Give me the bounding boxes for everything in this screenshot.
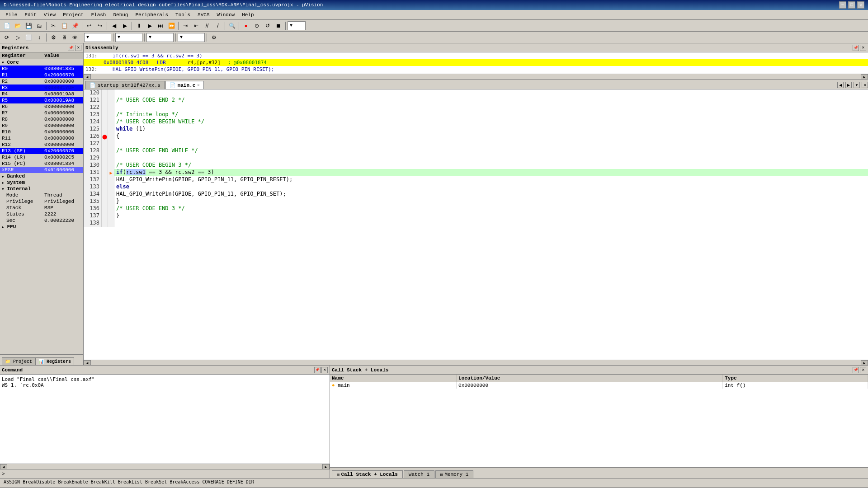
callstack-close-btn[interactable]: ✕: [860, 367, 866, 373]
btab-watch1[interactable]: Watch 1: [404, 470, 434, 478]
register-row-r14[interactable]: R14 (LR) 0x080002C5: [0, 154, 83, 160]
tab-nav-left[interactable]: ◀: [837, 82, 844, 88]
tb-cut[interactable]: ✂: [48, 21, 58, 31]
register-row-r7[interactable]: R7 0x00000000: [0, 110, 83, 116]
register-row-r3[interactable]: R3 0x080017DF: [0, 84, 83, 91]
menu-peripherals[interactable]: Peripherals: [132, 11, 172, 19]
editor-hscrollbar[interactable]: ◀ ▶: [84, 360, 868, 365]
register-row-r5[interactable]: R5 0x080019A8: [0, 97, 83, 103]
code-content[interactable]: 120 121 /* USER CODE END 2 */: [84, 89, 868, 360]
register-row-r13[interactable]: R13 (SP) 0x20000570: [0, 148, 83, 154]
register-row-r11[interactable]: R11 0x00000000: [0, 135, 83, 141]
tb-find[interactable]: 🔍: [227, 21, 237, 31]
tb-bp1[interactable]: ⏸: [134, 21, 144, 31]
command-scrollbar[interactable]: ◀ ▶: [0, 464, 330, 469]
menu-edit[interactable]: Edit: [21, 11, 40, 19]
reg-group-banked[interactable]: ▶ Banked: [0, 173, 83, 179]
register-row-r0[interactable]: R0 0x08001835: [0, 66, 83, 72]
tab-list-btn[interactable]: ▼: [854, 82, 860, 88]
tb-redo[interactable]: ↪: [95, 21, 105, 31]
menu-file[interactable]: File: [2, 11, 21, 19]
tab-nav-right[interactable]: ▶: [845, 82, 852, 88]
panel-close-btn[interactable]: ✕: [75, 45, 81, 51]
tb-saveall[interactable]: 🗂: [34, 21, 44, 31]
tb-debug-stop[interactable]: ⏹: [274, 21, 283, 31]
register-row-r12[interactable]: R12 0x00000000: [0, 141, 83, 148]
editor-hscroll-left[interactable]: ◀: [84, 360, 91, 365]
tb2-dd4[interactable]: ▼: [178, 33, 205, 42]
tb-reset[interactable]: ↺: [263, 21, 273, 31]
tb2-stop2[interactable]: ⬜: [24, 33, 33, 42]
menu-tools[interactable]: Tools: [172, 11, 194, 19]
register-row-r8[interactable]: R8 0x00000000: [0, 116, 83, 122]
hscroll-left[interactable]: ◀: [84, 74, 91, 80]
editor-hscroll-right[interactable]: ▶: [861, 360, 868, 365]
hscroll-right[interactable]: ▶: [861, 74, 868, 80]
tb2-periph[interactable]: ⚙: [48, 33, 58, 42]
command-close-btn[interactable]: ✕: [321, 367, 328, 373]
tb-bp3[interactable]: ⏭: [156, 21, 165, 31]
tb2-step[interactable]: ↓: [34, 33, 44, 42]
close-button[interactable]: ✕: [857, 1, 864, 9]
reg-group-system[interactable]: ▶ System: [0, 179, 83, 186]
menu-window[interactable]: Window: [213, 11, 239, 19]
register-row-r6[interactable]: R6 0x00000000: [0, 103, 83, 110]
tb-bp2[interactable]: ▶: [145, 21, 155, 31]
panel-pin-btn[interactable]: 📌: [68, 45, 74, 51]
register-row-xpsr[interactable]: xPSR 0x61000000: [0, 167, 83, 173]
register-row-r9[interactable]: R9 0x00000000: [0, 122, 83, 129]
menu-view[interactable]: View: [40, 11, 59, 19]
reg-group-internal[interactable]: ▼ Internal: [0, 186, 83, 192]
disassembly-content[interactable]: 131: if(rc.sw1 == 3 && rc.sw2 == 3) 0x08…: [84, 52, 868, 74]
disasm-pin-btn[interactable]: 📌: [853, 45, 859, 51]
register-row-r15[interactable]: R15 (PC) 0x08001834: [0, 160, 83, 167]
registers-content[interactable]: Register Value ▼ Core R0 0x08001835: [0, 52, 83, 354]
menu-project[interactable]: Project: [59, 11, 87, 19]
menu-help[interactable]: Help: [238, 11, 257, 19]
register-row-r2[interactable]: R2 0x00000000: [0, 78, 83, 84]
tb-fwd[interactable]: ▶: [120, 21, 130, 31]
tb-new[interactable]: 📄: [2, 21, 12, 31]
tb2-dd2[interactable]: ▼: [115, 33, 142, 42]
tb-indent[interactable]: ⇥: [180, 21, 190, 31]
tb-open[interactable]: 📂: [13, 21, 23, 31]
register-row-r10[interactable]: R10 0x00000000: [0, 129, 83, 135]
tb-save[interactable]: 💾: [24, 21, 33, 31]
callstack-content[interactable]: Name Location/Value Type ● main 0x000000…: [330, 375, 868, 467]
menu-svcs[interactable]: SVCS: [194, 11, 213, 19]
callstack-pin-btn[interactable]: 📌: [853, 367, 859, 373]
tb-back[interactable]: ◀: [109, 21, 119, 31]
disasm-close-btn[interactable]: ✕: [860, 45, 866, 51]
disasm-hscrollbar[interactable]: ◀ ▶: [84, 74, 868, 79]
tab-project[interactable]: 📁 Project: [2, 357, 35, 365]
reg-group-fpu[interactable]: ▶ FPU: [0, 224, 83, 230]
tab-registers[interactable]: 📊 Registers: [35, 357, 74, 365]
command-pin-btn[interactable]: 📌: [314, 367, 321, 373]
tab-main-close[interactable]: ✕: [197, 83, 199, 88]
minimize-button[interactable]: ─: [839, 1, 846, 9]
cs-row-main[interactable]: ● main 0x00000000 int f(): [330, 382, 868, 389]
tb2-reset[interactable]: ⟳: [2, 33, 12, 42]
tab-main-c[interactable]: 📄 main.c ✕: [165, 81, 204, 89]
tb-copy[interactable]: 📋: [59, 21, 69, 31]
register-row-r1[interactable]: R1 0x20000570: [0, 72, 83, 78]
tb2-settings[interactable]: ⚙: [209, 33, 219, 42]
menu-flash[interactable]: Flash: [87, 11, 109, 19]
btab-callstack[interactable]: ▤ Call Stack + Locals: [332, 470, 403, 478]
tab-close-panel[interactable]: ✕: [862, 82, 868, 88]
tb-run[interactable]: ●: [241, 21, 251, 31]
tb-bp4[interactable]: ⏩: [166, 21, 176, 31]
tb-unindent[interactable]: ⇤: [191, 21, 201, 31]
register-row-r4[interactable]: R4 0x080019A8: [0, 91, 83, 97]
tb-comment[interactable]: //: [202, 21, 212, 31]
reg-group-core[interactable]: ▼ Core: [0, 59, 83, 66]
tb2-mem[interactable]: 🖥: [59, 33, 69, 42]
btab-memory1[interactable]: ▤ Memory 1: [435, 470, 473, 478]
tab-startup[interactable]: 📄 startup_stm32f427xx.s: [85, 81, 165, 89]
tb-target-dropdown[interactable]: ▼: [288, 21, 306, 30]
tb-paste[interactable]: 📌: [70, 21, 80, 31]
menu-debug[interactable]: Debug: [109, 11, 132, 19]
tb2-dd3[interactable]: ▼: [146, 33, 174, 42]
tb2-run2[interactable]: ▷: [13, 33, 23, 42]
tb2-dd1[interactable]: ▼: [84, 33, 111, 42]
